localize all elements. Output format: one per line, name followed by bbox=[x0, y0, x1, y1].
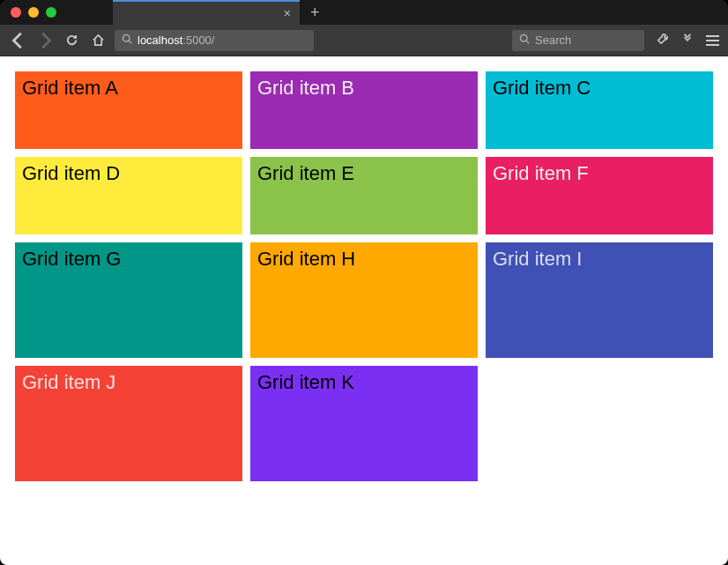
grid-item-label: Grid item G bbox=[22, 248, 121, 270]
grid-item-label: Grid item D bbox=[22, 162, 120, 184]
svg-point-1 bbox=[521, 35, 528, 42]
grid-item-label: Grid item F bbox=[493, 162, 589, 184]
grid-item-label: Grid item B bbox=[257, 77, 354, 99]
grid-item: Grid item H bbox=[250, 242, 478, 358]
browser-window: × + localhost:5000/ bbox=[0, 0, 728, 565]
back-button[interactable] bbox=[9, 31, 28, 50]
grid-item-label: Grid item I bbox=[493, 248, 582, 270]
grid-item: Grid item G bbox=[15, 242, 242, 358]
tabstrip: × + bbox=[113, 0, 728, 25]
toolbar: localhost:5000/ Search bbox=[0, 25, 728, 56]
menu-icon[interactable] bbox=[706, 35, 719, 46]
close-tab-icon[interactable]: × bbox=[284, 6, 291, 20]
url-bar[interactable]: localhost:5000/ bbox=[115, 30, 314, 51]
browser-tab[interactable]: × bbox=[113, 0, 300, 25]
grid-item-label: Grid item H bbox=[257, 248, 355, 270]
grid-item-label: Grid item A bbox=[22, 77, 118, 99]
url-path: :5000/ bbox=[182, 33, 214, 47]
grid-item: Grid item K bbox=[250, 366, 478, 481]
reload-button[interactable] bbox=[62, 33, 81, 47]
devtools-icon[interactable] bbox=[657, 33, 669, 48]
maximize-window-button[interactable] bbox=[46, 7, 56, 18]
minimize-window-button[interactable] bbox=[28, 7, 39, 18]
search-icon bbox=[519, 33, 530, 47]
grid-item-label: Grid item E bbox=[257, 162, 354, 184]
grid-item: Grid item E bbox=[250, 157, 478, 234]
toolbar-right bbox=[651, 33, 719, 48]
window-controls bbox=[0, 7, 113, 18]
home-button[interactable] bbox=[88, 33, 108, 47]
overflow-icon[interactable] bbox=[681, 33, 694, 48]
grid-item-label: Grid item K bbox=[257, 371, 354, 393]
search-icon bbox=[122, 33, 132, 47]
forward-button[interactable] bbox=[35, 31, 55, 50]
new-tab-button[interactable]: + bbox=[300, 0, 331, 25]
grid-item: Grid item I bbox=[486, 242, 713, 358]
search-placeholder: Search bbox=[535, 33, 571, 47]
grid-item-label: Grid item J bbox=[22, 371, 115, 393]
grid-item-label: Grid item C bbox=[493, 77, 591, 99]
grid-item: Grid item C bbox=[486, 71, 713, 149]
page-content: Grid item AGrid item BGrid item CGrid it… bbox=[0, 56, 728, 565]
titlebar: × + bbox=[0, 0, 728, 25]
svg-point-0 bbox=[123, 35, 130, 42]
search-bar[interactable]: Search bbox=[512, 30, 644, 51]
grid-item: Grid item D bbox=[15, 157, 242, 234]
grid-item: Grid item J bbox=[15, 366, 242, 481]
url-host: localhost bbox=[137, 33, 182, 47]
grid-item: Grid item F bbox=[486, 157, 713, 234]
grid-container: Grid item AGrid item BGrid item CGrid it… bbox=[15, 71, 713, 481]
close-window-button[interactable] bbox=[11, 7, 21, 18]
grid-item: Grid item B bbox=[250, 71, 478, 149]
grid-item: Grid item A bbox=[15, 71, 242, 149]
